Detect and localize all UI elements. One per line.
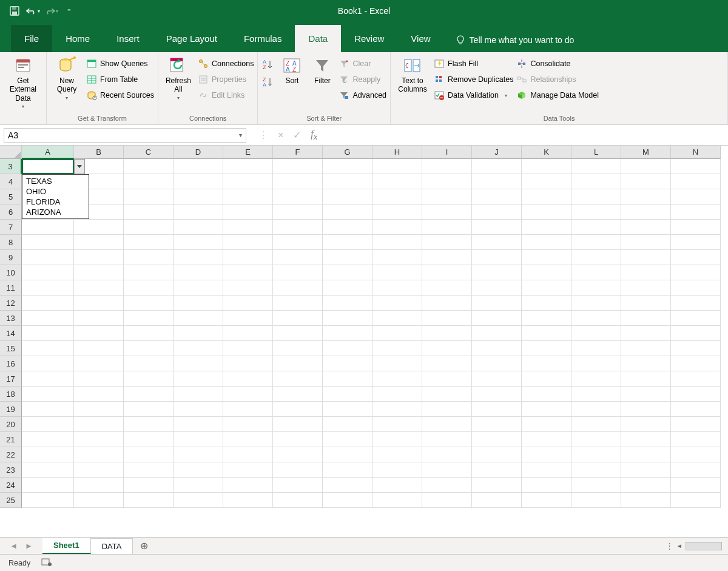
cell[interactable] xyxy=(22,387,74,402)
cell[interactable] xyxy=(22,402,74,417)
cell[interactable] xyxy=(571,204,621,220)
cell[interactable] xyxy=(22,296,74,311)
cell[interactable] xyxy=(124,235,174,250)
cell[interactable] xyxy=(74,462,124,478)
cell[interactable] xyxy=(124,341,174,356)
cell[interactable] xyxy=(671,296,721,311)
cell[interactable] xyxy=(621,265,671,280)
cell[interactable] xyxy=(74,493,124,508)
cell[interactable] xyxy=(223,432,273,447)
cell[interactable] xyxy=(273,356,323,371)
cell[interactable] xyxy=(621,174,671,189)
tab-review[interactable]: Review xyxy=(341,25,397,52)
cell[interactable] xyxy=(174,356,223,371)
cell[interactable] xyxy=(323,296,372,311)
customize-qat-icon[interactable]: ⁼ xyxy=(62,4,76,18)
cell[interactable] xyxy=(422,387,472,402)
flash-fill-button[interactable]: Flash Fill xyxy=(434,57,513,70)
cell[interactable] xyxy=(372,462,422,478)
cell[interactable] xyxy=(174,250,223,265)
cell[interactable] xyxy=(174,432,223,447)
cell[interactable] xyxy=(22,250,74,265)
get-external-data-button[interactable]: Get External Data ▾ xyxy=(4,55,42,110)
row-header[interactable]: 16 xyxy=(0,356,22,371)
cell[interactable] xyxy=(472,159,522,174)
cell[interactable] xyxy=(571,235,621,250)
cell[interactable] xyxy=(174,341,223,356)
cell[interactable] xyxy=(422,159,472,174)
cell[interactable] xyxy=(124,371,174,387)
cell[interactable] xyxy=(22,311,74,326)
consolidate-button[interactable]: Consolidate xyxy=(517,57,599,70)
column-header[interactable]: A xyxy=(22,146,74,159)
row-header[interactable]: 11 xyxy=(0,280,22,296)
cell[interactable] xyxy=(323,235,372,250)
cell[interactable] xyxy=(124,402,174,417)
tab-splitter-icon[interactable]: ⋮ xyxy=(666,541,673,550)
column-header[interactable]: E xyxy=(223,146,273,159)
cell[interactable] xyxy=(323,265,372,280)
row-header[interactable]: 7 xyxy=(0,220,22,235)
dropdown-item[interactable]: TEXAS xyxy=(22,176,89,186)
cell[interactable] xyxy=(621,235,671,250)
cell[interactable] xyxy=(671,174,721,189)
cell[interactable] xyxy=(223,356,273,371)
cell[interactable] xyxy=(422,174,472,189)
cell[interactable] xyxy=(472,326,522,341)
fx-icon[interactable]: fx xyxy=(311,129,317,141)
cell[interactable] xyxy=(223,493,273,508)
cell[interactable] xyxy=(273,296,323,311)
cell[interactable] xyxy=(22,432,74,447)
cell[interactable] xyxy=(22,447,74,462)
cell[interactable] xyxy=(522,432,571,447)
cell[interactable] xyxy=(571,265,621,280)
cell[interactable] xyxy=(273,462,323,478)
cell[interactable] xyxy=(522,326,571,341)
column-header[interactable]: L xyxy=(571,146,621,159)
cell[interactable] xyxy=(22,220,74,235)
cell[interactable] xyxy=(671,478,721,493)
cell[interactable] xyxy=(223,371,273,387)
cell[interactable] xyxy=(422,447,472,462)
cell[interactable] xyxy=(372,387,422,402)
cell[interactable] xyxy=(124,432,174,447)
cell[interactable] xyxy=(323,387,372,402)
column-header[interactable]: B xyxy=(74,146,124,159)
cell[interactable] xyxy=(571,493,621,508)
macro-record-icon[interactable] xyxy=(41,558,52,568)
sort-asc-button[interactable]: AZ xyxy=(261,58,275,72)
refresh-all-button[interactable]: Refresh All ▾ xyxy=(162,55,195,101)
cell[interactable] xyxy=(571,280,621,296)
cell[interactable] xyxy=(174,387,223,402)
edit-links-button[interactable]: Edit Links xyxy=(198,89,254,102)
data-validation-dropdown-button[interactable] xyxy=(74,159,85,174)
dropdown-item[interactable]: ARIZONA xyxy=(22,207,89,217)
cell[interactable] xyxy=(571,371,621,387)
cell[interactable] xyxy=(372,326,422,341)
cell[interactable] xyxy=(273,478,323,493)
cell[interactable] xyxy=(571,356,621,371)
cell[interactable] xyxy=(372,204,422,220)
cell[interactable] xyxy=(124,387,174,402)
cell[interactable] xyxy=(174,204,223,220)
row-header[interactable]: 12 xyxy=(0,296,22,311)
worksheet-grid[interactable]: ABCDEFGHIJKLMN 3456789101112131415161718… xyxy=(0,146,728,508)
cell[interactable] xyxy=(323,402,372,417)
sort-desc-button[interactable]: ZA xyxy=(261,76,275,90)
cell[interactable] xyxy=(472,189,522,204)
cell[interactable] xyxy=(571,478,621,493)
cell[interactable] xyxy=(671,341,721,356)
column-header[interactable]: N xyxy=(671,146,721,159)
cell[interactable] xyxy=(74,341,124,356)
cell[interactable] xyxy=(422,204,472,220)
cell[interactable] xyxy=(273,189,323,204)
cell[interactable] xyxy=(323,417,372,432)
cell[interactable] xyxy=(223,341,273,356)
cell[interactable] xyxy=(124,462,174,478)
cell[interactable] xyxy=(422,189,472,204)
cell[interactable] xyxy=(174,478,223,493)
row-header[interactable]: 19 xyxy=(0,402,22,417)
cell[interactable] xyxy=(372,220,422,235)
cell[interactable] xyxy=(174,189,223,204)
cell[interactable] xyxy=(671,326,721,341)
